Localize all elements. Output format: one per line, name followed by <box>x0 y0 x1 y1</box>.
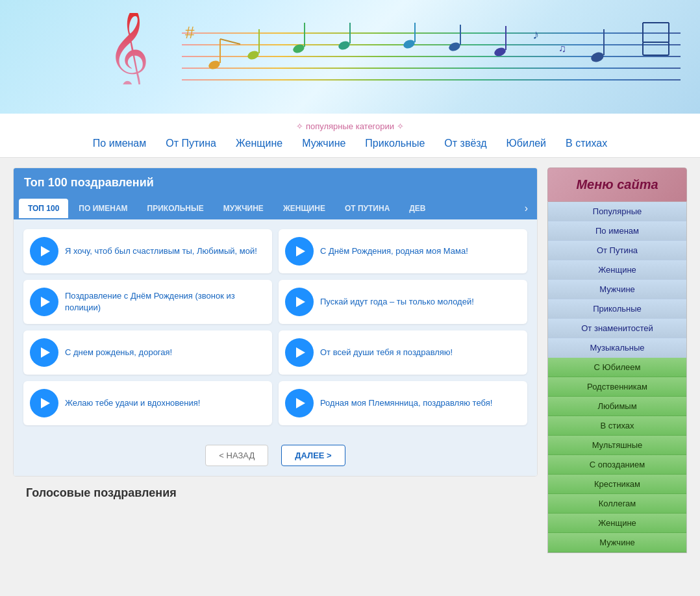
nav-link-by-names[interactable]: По именам <box>93 138 146 149</box>
tab-men[interactable]: МУЖЧИНЕ <box>214 199 273 218</box>
svg-point-4 <box>292 43 305 54</box>
sidebar-item-poems[interactable]: В стихах <box>548 416 686 436</box>
sidebar-item-putin[interactable]: От Путина <box>548 241 686 260</box>
song-title-4[interactable]: Пускай идут года – ты только молодей! <box>320 296 474 308</box>
top100-title: Топ 100 поздравлений <box>24 176 154 189</box>
list-item: С днем рожденья, дорогая! <box>23 330 272 375</box>
next-page-button[interactable]: ДАЛЕЕ > <box>281 445 345 466</box>
content-area: Топ 100 поздравлений ТОП 100 ПО ИМЕНАМ П… <box>13 168 538 553</box>
list-item: От всей души тебя я поздравляю! <box>279 330 527 375</box>
nav-link-funny[interactable]: Прикольные <box>365 138 425 149</box>
nav-bar: ✧ популярные категории ✧ По именам От Пу… <box>0 114 700 158</box>
sidebar-item-women2[interactable]: Женщине <box>548 514 686 533</box>
sidebar-item-musical[interactable]: Музыкальные <box>548 338 686 358</box>
play-button-7[interactable] <box>30 389 58 417</box>
music-staff: # <box>130 26 681 91</box>
list-item: Пускай идут года – ты только молодей! <box>279 280 527 324</box>
play-button-8[interactable] <box>285 389 314 417</box>
tab-dev[interactable]: ДЕВ <box>400 199 434 218</box>
tab-putin[interactable]: ОТ ПУТИНА <box>336 199 399 218</box>
tab-by-names[interactable]: ПО ИМЕНАМ <box>69 199 136 218</box>
sidebar-item-celebrities[interactable]: От знаменитостей <box>548 319 686 338</box>
svg-rect-19 <box>643 42 669 55</box>
nav-link-putin[interactable]: От Путина <box>166 138 216 149</box>
svg-text:♫: ♫ <box>558 43 566 54</box>
svg-point-17 <box>590 51 605 64</box>
svg-point-6 <box>337 40 351 51</box>
sidebar-item-funny[interactable]: Прикольные <box>548 299 686 319</box>
svg-point-0 <box>207 59 221 70</box>
song-title-2[interactable]: С Днём Рождения, родная моя Мама! <box>320 245 468 257</box>
list-item: Я хочу, чтоб был счастливым ты, Любимый,… <box>23 229 272 273</box>
list-item: Желаю тебе удачи и вдохновения! <box>23 381 272 425</box>
nav-link-stars[interactable]: От звёзд <box>444 138 486 149</box>
sidebar-item-late[interactable]: С опозданием <box>548 455 686 475</box>
sidebar-item-by-names[interactable]: По именам <box>548 221 686 241</box>
site-header: 𝄞 # <box>0 0 700 114</box>
song-title-8[interactable]: Родная моя Племянница, поздравляю тебя! <box>320 397 492 409</box>
top100-header: Топ 100 поздравлений <box>14 168 537 197</box>
sidebar-item-beloved[interactable]: Любимым <box>548 397 686 416</box>
nav-link-anniversary[interactable]: Юбилей <box>506 138 546 149</box>
svg-point-13 <box>493 46 506 57</box>
sidebar-item-men[interactable]: Мужчине <box>548 280 686 299</box>
bottom-title: Голосовые поздравления <box>26 486 525 500</box>
sidebar-item-godchildren[interactable]: Крестникам <box>548 475 686 494</box>
tab-women[interactable]: ЖЕНЩИНЕ <box>274 199 334 218</box>
sidebar-menu: Популярные По именам От Путина Женщине М… <box>547 202 687 553</box>
play-button-3[interactable] <box>30 288 58 316</box>
nav-link-women[interactable]: Женщине <box>236 138 282 149</box>
list-item: Родная моя Племянница, поздравляю тебя! <box>279 381 527 425</box>
sidebar-item-men2[interactable]: Мужчине <box>548 533 686 553</box>
sidebar-item-women[interactable]: Женщине <box>548 260 686 280</box>
svg-point-9 <box>402 38 416 49</box>
sidebar-item-anniversary[interactable]: С Юбилеем <box>548 358 686 377</box>
play-button-5[interactable] <box>30 338 58 367</box>
play-button-2[interactable] <box>285 237 314 266</box>
sidebar-item-cartoons[interactable]: Мультяшные <box>548 436 686 455</box>
prev-page-button[interactable]: < НАЗАД <box>205 445 268 466</box>
tab-top100[interactable]: ТОП 100 <box>19 199 68 218</box>
bottom-section: Голосовые поздравления <box>13 477 538 510</box>
music-notes-svg: ♪ ♫ ♪ ♫ <box>130 19 681 91</box>
svg-point-2 <box>246 49 260 60</box>
tabs-next-arrow[interactable]: › <box>521 197 532 219</box>
sidebar-item-colleagues[interactable]: Коллегам <box>548 494 686 514</box>
sidebar-item-relatives[interactable]: Родственникам <box>548 377 686 397</box>
sidebar: Меню сайта Популярные По именам От Путин… <box>547 168 687 553</box>
svg-text:♪: ♪ <box>532 27 539 42</box>
nav-links: По именам От Путина Женщине Мужчине Прик… <box>13 138 687 149</box>
play-button-6[interactable] <box>285 338 314 367</box>
songs-grid: Я хочу, чтоб был счастливым ты, Любимый,… <box>14 219 537 435</box>
svg-point-11 <box>447 41 461 52</box>
nav-link-men[interactable]: Мужчине <box>302 138 345 149</box>
tabs-bar: ТОП 100 ПО ИМЕНАМ ПРИКОЛЬНЫЕ МУЖЧИНЕ ЖЕН… <box>14 197 537 219</box>
tab-funny[interactable]: ПРИКОЛЬНЫЕ <box>138 199 213 218</box>
sidebar-item-popular[interactable]: Популярные <box>548 202 686 221</box>
pagination: < НАЗАД ДАЛЕЕ > <box>14 435 537 476</box>
sidebar-title: Меню сайта <box>547 168 687 202</box>
song-title-7[interactable]: Желаю тебе удачи и вдохновения! <box>65 397 200 409</box>
list-item: С Днём Рождения, родная моя Мама! <box>279 229 527 273</box>
play-button-4[interactable] <box>285 288 314 316</box>
list-item: Поздравление с Днём Рождения (звонок из … <box>23 280 272 324</box>
nav-categories-label: ✧ популярные категории ✧ <box>13 121 687 131</box>
header-music-banner: 𝄞 # <box>0 0 700 114</box>
song-title-3[interactable]: Поздравление с Днём Рождения (звонок из … <box>65 290 266 314</box>
play-button-1[interactable] <box>30 237 58 266</box>
song-title-6[interactable]: От всей души тебя я поздравляю! <box>320 347 453 358</box>
song-title-5[interactable]: С днем рожденья, дорогая! <box>65 347 172 358</box>
svg-line-8 <box>220 39 240 44</box>
top100-block: Топ 100 поздравлений ТОП 100 ПО ИМЕНАМ П… <box>13 168 538 477</box>
main-layout: Топ 100 поздравлений ТОП 100 ПО ИМЕНАМ П… <box>0 158 700 563</box>
song-title-1[interactable]: Я хочу, чтоб был счастливым ты, Любимый,… <box>65 245 257 257</box>
nav-link-poems[interactable]: В стихах <box>566 138 607 149</box>
